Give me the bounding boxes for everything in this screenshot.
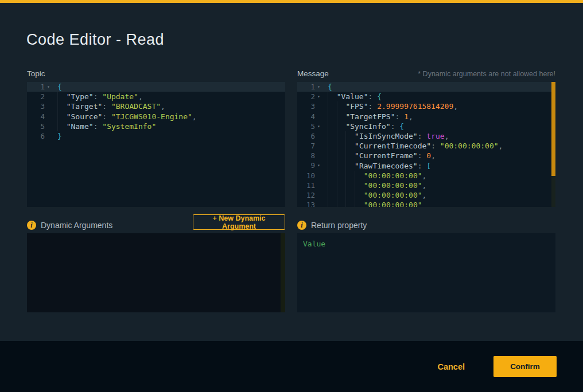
fold-arrow-icon[interactable]: ▾ (315, 92, 322, 101)
line-number-gutter[interactable]: 5 (27, 121, 52, 131)
line-number-gutter[interactable]: 4 (27, 112, 52, 121)
line-number-gutter[interactable]: 7 (297, 141, 322, 151)
code-line: 6} (27, 131, 285, 141)
cancel-button[interactable]: Cancel (437, 362, 465, 371)
dynamic-arguments-panel[interactable] (27, 233, 285, 312)
fold-arrow-icon[interactable]: ▾ (315, 82, 322, 92)
new-dynamic-argument-button[interactable]: + New Dynamic Argument (193, 214, 285, 230)
dynamic-arguments-header: i Dynamic Arguments (27, 221, 112, 230)
code-line: 5"Name": "SystemInfo" (27, 121, 285, 131)
code-line: 5▾"SyncInfo": { (297, 121, 551, 131)
line-number-gutter[interactable]: 4 (297, 112, 322, 121)
return-property-editor[interactable]: Value (297, 233, 555, 312)
dynamic-arguments-note: * Dynamic arguments are not allowed here… (418, 70, 555, 78)
line-number-gutter[interactable]: 13 (297, 200, 322, 207)
code-line: 8"CurrentFrame": 0, (297, 151, 551, 160)
line-number-gutter[interactable]: 8 (297, 151, 322, 160)
dynamic-arguments-label: Dynamic Arguments (41, 221, 112, 230)
dialog-title: Code Editor - Read (26, 31, 164, 49)
code-line: 12"00:00:00:00", (297, 190, 551, 200)
line-number-gutter[interactable]: 11 (297, 181, 322, 190)
line-number-gutter[interactable]: 2 (27, 92, 52, 101)
code-line: 13"00:00:00:00" (297, 200, 551, 207)
code-line: 6"IsInSyncMode": true, (297, 131, 551, 141)
code-line: 2▾"Value": { (297, 92, 551, 101)
line-number-gutter[interactable]: 1▾ (27, 82, 52, 92)
line-number-gutter[interactable]: 2▾ (297, 92, 322, 101)
code-line: 3"Target": "BROADCAST", (27, 101, 285, 111)
code-line: 2"Type": "Update", (27, 92, 285, 101)
message-code-editor[interactable]: 1▾{2▾"Value": {3"FPS": 2.999997615814209… (297, 82, 555, 207)
code-line: 4"Source": "TJCGWS010-Engine", (27, 112, 285, 121)
return-property-label: Return property (311, 221, 367, 230)
code-line: 1▾{ (27, 82, 285, 92)
return-property-header: i Return property (297, 221, 367, 230)
fold-arrow-icon[interactable]: ▾ (315, 121, 322, 131)
message-scrollbar[interactable] (551, 82, 555, 207)
confirm-button[interactable]: Confirm (493, 356, 557, 377)
accent-bar (0, 0, 583, 3)
code-line: 4"TargetFPS": 1, (297, 112, 551, 121)
code-line: 1▾{ (297, 82, 551, 92)
message-label: Message (297, 69, 329, 78)
line-number-gutter[interactable]: 3 (297, 101, 322, 111)
line-number-gutter[interactable]: 6 (297, 131, 322, 141)
topic-code-editor[interactable]: 1▾{2"Type": "Update",3"Target": "BROADCA… (27, 82, 285, 207)
code-line: 10"00:00:00:00", (297, 171, 551, 181)
line-number-gutter[interactable]: 10 (297, 171, 322, 181)
info-icon: i (27, 221, 36, 230)
line-number-gutter[interactable]: 1▾ (297, 82, 322, 92)
dynamic-arguments-scrollbar[interactable] (281, 233, 285, 312)
line-number-gutter[interactable]: 9▾ (297, 161, 322, 171)
info-icon: i (297, 221, 306, 230)
code-line: 9▾"RawTimecodes": [ (297, 161, 551, 171)
line-number-gutter[interactable]: 3 (27, 101, 52, 111)
dialog-footer: Cancel Confirm (0, 341, 583, 392)
code-line: 11"00:00:00:00", (297, 181, 551, 190)
message-scrollbar-thumb[interactable] (551, 82, 555, 176)
return-property-value: Value (303, 240, 325, 248)
topic-label: Topic (27, 69, 45, 78)
code-line: 3"FPS": 2.999997615814209, (297, 101, 551, 111)
line-number-gutter[interactable]: 5▾ (297, 121, 322, 131)
fold-arrow-icon[interactable]: ▾ (45, 82, 52, 92)
line-number-gutter[interactable]: 6 (27, 131, 52, 141)
line-number-gutter[interactable]: 12 (297, 190, 322, 200)
fold-arrow-icon[interactable]: ▾ (315, 160, 322, 170)
code-line: 7"CurrentTimecode": "00:00:00:00", (297, 141, 551, 151)
